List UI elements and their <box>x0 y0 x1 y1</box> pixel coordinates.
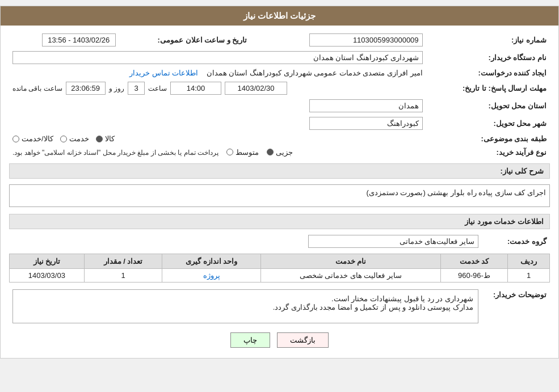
purchase-jozii: جزیی <box>267 148 293 157</box>
th-unit: واحد اندازه گیری <box>162 254 261 269</box>
page-wrapper: جزئیات اطلاعات نیاز شماره نیاز: 11030059… <box>0 6 559 359</box>
need-summary-box: اجرای کف سازی پیاده راه بلوار بهشتی (بصو… <box>9 184 550 207</box>
th-name: نام خدمت <box>261 254 441 269</box>
cell-qty: 1 <box>84 269 162 283</box>
service-group-box: سایر فعالیت‌های خدماتی <box>308 235 478 248</box>
cell-unit[interactable]: پروژه <box>162 269 261 283</box>
service-group-value: سایر فعالیت‌های خدماتی <box>9 233 482 250</box>
category-khidmat-radio[interactable] <box>60 136 67 142</box>
info-grid: شماره نیاز: 1103005993000009 تاریخ و ساع… <box>9 31 550 159</box>
need-summary-section-title: شرح کلی نیاز: <box>9 163 550 179</box>
purchase-jozii-label: جزیی <box>276 148 293 157</box>
creator-label: ایجاد کننده درخواست: <box>426 66 550 79</box>
purchase-motavasset-radio[interactable] <box>226 149 233 155</box>
announcement-value: 1403/02/26 - 13:56 <box>9 31 119 49</box>
days-label: روز و <box>109 85 124 92</box>
category-khidmat: خدمت <box>60 134 89 143</box>
buyer-notes-box: شهرداری در رد یا قبول پیشنهادات مختار اس… <box>12 289 478 323</box>
buyer-org-value: شهرداری کبودراهنگ استان همدان <box>9 49 426 66</box>
service-info-section-title: اطلاعات خدمات مورد نیاز <box>9 214 550 229</box>
city-label: شهر محل تحویل: <box>426 115 550 132</box>
city-box: کبودراهنگ <box>309 117 423 130</box>
category-kala-khidmat-label: کالا/خدمت <box>22 134 53 143</box>
category-khidmat-label: خدمت <box>69 134 89 143</box>
service-table: ردیف کد خدمت نام خدمت واحد اندازه گیری ت… <box>9 254 550 283</box>
category-label: طبقه بندی موضوعی: <box>426 132 550 145</box>
creator-link[interactable]: اطلاعات تماس خریدار <box>129 69 198 77</box>
th-qty: تعداد / مقدار <box>84 254 162 269</box>
th-code: کد خدمت <box>440 254 507 269</box>
back-button[interactable]: بازگشت <box>277 332 329 348</box>
announcement-box: 1403/02/26 - 13:56 <box>42 33 116 47</box>
buyer-org-box: شهرداری کبودراهنگ استان همدان <box>12 51 423 64</box>
time-box: 14:00 <box>170 82 221 95</box>
th-date: تاریخ نیاز <box>10 254 85 269</box>
table-row: 1 ط-96-960 سایر فعالیت های خدماتی شخصی پ… <box>10 269 550 283</box>
province-value: همدان <box>9 97 426 115</box>
page-title: جزئیات اطلاعات نیاز <box>243 11 316 20</box>
cell-code: ط-96-960 <box>440 269 507 283</box>
category-kala-khidmat-radio[interactable] <box>12 136 19 142</box>
city-value: کبودراهنگ <box>9 115 426 132</box>
purchase-motavasset-label: متوسط <box>236 148 259 157</box>
creator-value: امیر افرازی متصدی خدمات عمومی شهرداری کب… <box>9 66 426 79</box>
cell-name: سایر فعالیت های خدماتی شخصی <box>261 269 441 283</box>
buyer-notes-grid: توضیحات خریدار: شهرداری در رد یا قبول پی… <box>9 287 550 326</box>
service-group-label: گروه خدمت: <box>482 233 550 250</box>
province-label: استان محل تحویل: <box>426 97 550 115</box>
category-value: کالا/خدمت خدمت کالا <box>9 132 426 145</box>
date-box: 1403/02/30 <box>225 82 287 95</box>
purchase-type-label: نوع فرآیند خرید: <box>426 145 550 159</box>
need-number-box: 1103005993000009 <box>309 33 423 47</box>
province-box: همدان <box>309 99 423 112</box>
purchase-jozii-radio[interactable] <box>267 149 274 155</box>
countdown-box: 23:06:59 <box>66 82 106 95</box>
time-label: ساعت <box>148 85 167 92</box>
th-row: ردیف <box>508 254 550 269</box>
buyer-notes-value: شهرداری در رد یا قبول پیشنهادات مختار اس… <box>9 287 482 326</box>
purchase-note: پرداخت تمام یا بخشی از مبلغ خریدار محل "… <box>12 149 218 157</box>
button-row: بازگشت چاپ <box>9 332 550 348</box>
cell-row: 1 <box>508 269 550 283</box>
main-content: شماره نیاز: 1103005993000009 تاریخ و ساع… <box>1 26 558 358</box>
need-number-value: 1103005993000009 <box>262 31 426 49</box>
category-kala-radio[interactable] <box>96 136 103 142</box>
category-kala-khidmat: کالا/خدمت <box>12 134 53 143</box>
buyer-notes-text: شهرداری در رد یا قبول پیشنهادات مختار اس… <box>273 294 473 311</box>
announcement-label: تاریخ و ساعت اعلان عمومی: <box>119 31 251 49</box>
page-header: جزئیات اطلاعات نیاز <box>1 6 558 26</box>
print-button[interactable]: چاپ <box>230 332 270 348</box>
category-kala: کالا <box>96 134 115 143</box>
buyer-notes-label: توضیحات خریدار: <box>482 287 550 326</box>
category-kala-label: کالا <box>105 134 115 143</box>
deadline-row: ساعت باقی مانده 23:06:59 روز و 3 ساعت 14… <box>9 79 426 97</box>
service-group-grid: گروه خدمت: سایر فعالیت‌های خدماتی <box>9 233 550 250</box>
purchase-motavasset: متوسط <box>226 148 259 157</box>
need-number-label: شماره نیاز: <box>426 31 550 49</box>
days-box: 3 <box>128 82 145 95</box>
buyer-org-label: نام دستگاه خریدار: <box>426 49 550 66</box>
deadline-label: مهلت ارسال پاسخ: تا تاریخ: <box>426 79 550 97</box>
cell-date: 1403/03/03 <box>10 269 85 283</box>
creator-name: امیر افرازی متصدی خدمات عمومی شهرداری کب… <box>207 69 423 77</box>
purchase-type-value: پرداخت تمام یا بخشی از مبلغ خریدار محل "… <box>9 145 426 159</box>
need-summary-area: اجرای کف سازی پیاده راه بلوار بهشتی (بصو… <box>9 182 550 209</box>
remaining-label: ساعت باقی مانده <box>12 85 62 92</box>
